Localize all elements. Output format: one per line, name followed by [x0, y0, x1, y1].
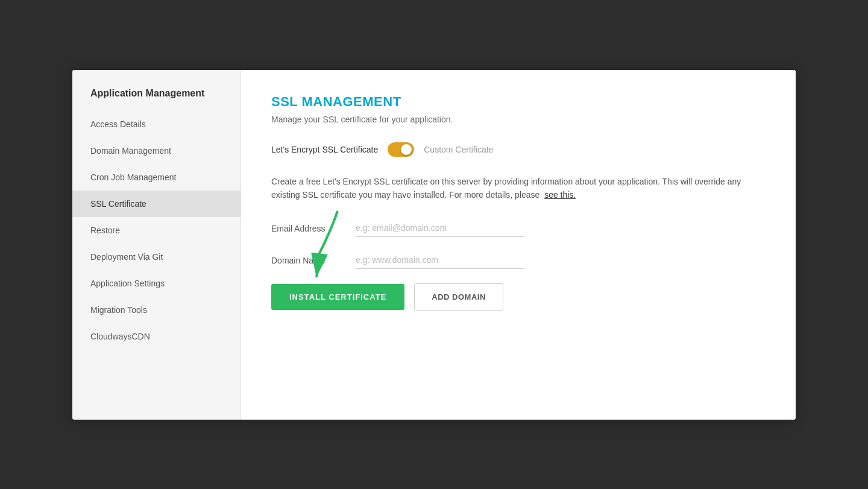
sidebar-item-domain-management[interactable]: Domain Management — [72, 137, 241, 164]
sidebar-item-cloudwayscdn[interactable]: CloudwaysCDN — [72, 323, 241, 350]
sidebar-title: Application Management — [72, 88, 241, 111]
toggle-label-left: Let's Encrypt SSL Certificate — [271, 145, 378, 154]
sidebar-item-deployment-via-git[interactable]: Deployment Via Git — [72, 244, 241, 270]
page-title: SSL MANAGEMENT — [271, 94, 766, 110]
label-domain-name: Domain Name — [271, 256, 344, 265]
main-container: Application Management Access DetailsDom… — [72, 70, 796, 420]
add-domain-button[interactable]: ADD DOMAIN — [414, 283, 503, 311]
toggle-label-right: Custom Certificate — [424, 145, 493, 154]
input-domain-name[interactable] — [356, 251, 524, 269]
ssl-toggle[interactable] — [388, 142, 414, 157]
form-group-domain-name: Domain Name — [271, 251, 766, 269]
description-text: Create a free Let's Encrypt SSL certific… — [271, 175, 741, 202]
see-this-link[interactable]: see this. — [544, 190, 576, 200]
install-certificate-button[interactable]: INSTALL CERTIFICATE — [271, 284, 404, 310]
sidebar-item-restore[interactable]: Restore — [72, 217, 241, 244]
sidebar-item-cron-job-management[interactable]: Cron Job Management — [72, 164, 241, 191]
sidebar-item-access-details[interactable]: Access Details — [72, 111, 241, 137]
content-area: SSL MANAGEMENT Manage your SSL certifica… — [241, 70, 796, 420]
sidebar-item-ssl-certificate[interactable]: SSL Certificate — [72, 191, 241, 217]
buttons-row: INSTALL CERTIFICATE ADD DOMAIN — [271, 283, 766, 311]
sidebar-item-application-settings[interactable]: Application Settings — [72, 270, 241, 297]
form-group-email-address: Email Address — [271, 219, 766, 237]
page-subtitle: Manage your SSL certificate for your app… — [271, 115, 766, 124]
toggle-thumb — [401, 144, 412, 155]
input-email-address[interactable] — [356, 219, 524, 237]
sidebar: Application Management Access DetailsDom… — [72, 70, 241, 420]
ssl-toggle-row: Let's Encrypt SSL Certificate Custom Cer… — [271, 142, 766, 157]
label-email-address: Email Address — [271, 224, 344, 233]
sidebar-item-migration-tools[interactable]: Migration Tools — [72, 297, 241, 323]
